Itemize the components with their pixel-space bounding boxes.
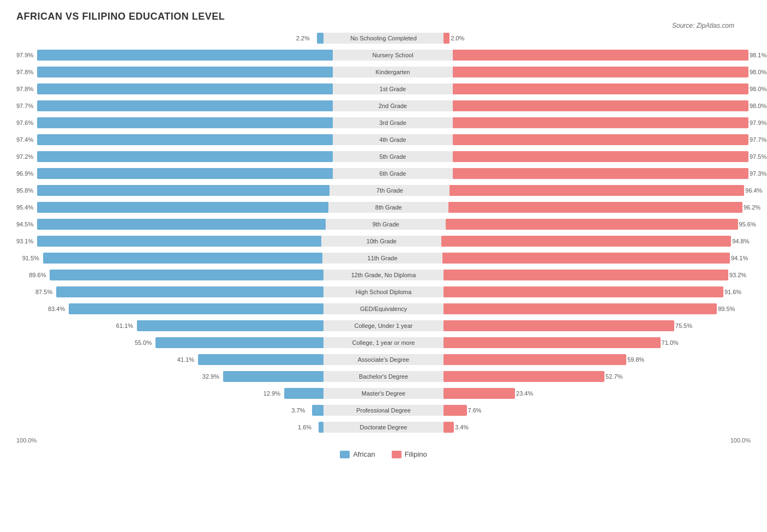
category-label: 10th Grade [321,236,441,247]
african-value: 97.2% [16,153,36,160]
bar-row: 97.4% 4th Grade 97.7% [16,132,751,147]
left-section: 91.5% [16,252,322,264]
chart-title: AFRICAN VS FILIPINO EDUCATION LEVEL [16,11,751,22]
african-bar [37,151,333,162]
legend-african: African [340,450,375,458]
category-label: High School Diploma [323,286,444,297]
african-value: 41.1% [177,356,197,363]
african-bar [137,320,323,331]
right-section: 7.6% [444,404,751,416]
left-section: 97.4% [16,134,333,146]
left-bar-wrap: 97.4% [16,134,333,145]
african-bar [37,202,328,213]
african-value: 97.7% [16,103,36,109]
bar-row: 12.9% Master's Degree 23.4% [16,386,751,401]
filipino-bar [453,67,748,77]
left-section: 89.6% [16,269,323,281]
left-section: 97.8% [16,66,333,78]
bar-row: 3.7% Professional Degree 7.6% [16,403,751,418]
left-bar-wrap: 89.6% [16,270,323,280]
filipino-value: 96.2% [744,204,763,211]
right-section: 98.0% [453,83,767,95]
bar-row: 97.2% 5th Grade 97.5% [16,149,751,164]
african-value: 83.4% [48,306,68,312]
bar-row: 55.0% College, 1 year or more 71.0% [16,335,751,350]
african-value: 93.1% [16,238,36,244]
bar-row: 1.6% Doctorate Degree 3.4% [16,420,751,435]
filipino-bar [444,33,450,44]
right-section: 97.9% [453,117,767,129]
african-value: 1.6% [298,424,317,431]
category-label: 12th Grade, No Diploma [323,270,444,280]
bar-row: 97.7% 2nd Grade 98.0% [16,98,751,113]
category-label: Associate's Degree [323,354,444,365]
african-legend-label: African [353,450,375,458]
left-bar-wrap: 97.8% [16,67,333,77]
african-bar [319,422,323,433]
filipino-value: 98.0% [750,86,767,92]
bar-row: 89.6% 12th Grade, No Diploma 93.2% [16,267,751,283]
filipino-value: 2.0% [451,35,470,41]
african-bar [69,303,323,314]
filipino-value: 98.0% [750,103,767,109]
filipino-value: 3.4% [455,424,475,431]
filipino-value: 75.5% [675,322,695,329]
legend: African Filipino [16,450,751,458]
left-section: 97.9% [16,49,333,61]
filipino-bar [450,185,744,196]
left-bar-wrap: 41.1% [16,354,323,365]
filipino-value: 94.1% [731,255,751,261]
source-label: Source: ZipAtlas.com [672,22,734,29]
filipino-bar [444,337,661,348]
filipino-value: 95.6% [739,221,759,228]
african-bar [223,371,323,382]
category-label: 7th Grade [329,185,450,196]
african-value: 96.9% [16,170,36,177]
african-bar [37,134,333,145]
filipino-value: 93.2% [729,272,749,278]
bar-row: 97.8% Kindergarten 98.0% [16,64,751,80]
filipino-bar [444,286,723,297]
left-bar-wrap: 97.2% [16,151,333,162]
bar-row: 91.5% 11th Grade 94.1% [16,250,751,266]
filipino-bar [448,202,742,213]
filipino-bar [444,422,454,433]
filipino-value: 7.6% [468,407,488,414]
category-label: 8th Grade [328,202,448,213]
african-bar [37,168,333,179]
bar-row: 97.6% 3rd Grade 97.9% [16,115,751,130]
right-section: 97.3% [453,168,767,180]
african-value: 3.7% [291,407,311,414]
category-label: Bachelor's Degree [323,371,444,382]
left-section: 93.1% [16,235,321,247]
african-bar [284,388,323,399]
category-label: Master's Degree [323,388,444,399]
filipino-bar [446,219,738,230]
left-section: 2.2% [16,32,323,44]
right-section: 3.4% [444,421,751,433]
filipino-value: 97.9% [750,119,767,126]
legend-filipino: Filipino [392,450,427,458]
left-bar-wrap: 93.1% [16,236,321,247]
left-section: 97.2% [16,151,333,163]
right-section: 98.1% [453,49,767,61]
left-bar-wrap: 1.6% [16,422,323,433]
filipino-bar [444,388,515,399]
right-section: 89.5% [444,303,751,315]
bar-row: 61.1% College, Under 1 year 75.5% [16,318,751,333]
filipino-legend-label: Filipino [405,450,427,458]
chart-area: 2.2% No Schooling Completed 2.0% 97.9% N… [16,31,751,458]
african-bar [37,83,333,94]
left-bar-wrap: 95.8% [16,185,329,196]
bar-row: 41.1% Associate's Degree 59.8% [16,352,751,367]
filipino-value: 97.7% [750,136,767,143]
left-bar-wrap: 97.7% [16,100,333,111]
category-label: Doctorate Degree [323,422,444,433]
filipino-bar [453,168,748,179]
left-section: 1.6% [16,421,323,433]
left-section: 3.7% [16,404,323,416]
right-section: 96.4% [450,184,765,196]
right-section: 23.4% [444,387,751,399]
left-section: 41.1% [16,354,323,366]
bar-row: 83.4% GED/Equivalency 89.5% [16,301,751,316]
